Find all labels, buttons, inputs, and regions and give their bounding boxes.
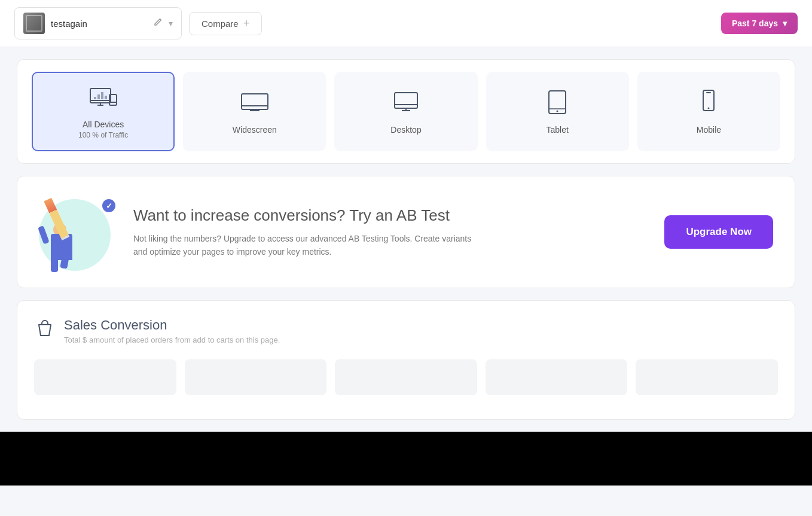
svg-rect-7 <box>97 94 100 99</box>
ab-promo-card: ✓ Want to increase conversions? Try an A… <box>17 176 795 288</box>
device-item-mobile[interactable]: Mobile <box>637 72 780 151</box>
site-thumbnail <box>23 13 45 34</box>
compare-button[interactable]: Compare + <box>189 12 262 35</box>
device-list: All Devices 100 % of Traffic Widescreen <box>32 72 780 151</box>
ab-promo-text: Want to increase conversions? Try an AB … <box>133 206 648 259</box>
tablet-label: Tablet <box>547 125 569 135</box>
metric-placeholder-4 <box>486 359 628 395</box>
ab-promo-description: Not liking the numbers? Upgrade to acces… <box>133 232 480 259</box>
metric-placeholder-5 <box>636 359 778 395</box>
sales-conversion-card: Sales Conversion Total $ amount of place… <box>17 300 795 420</box>
date-chevron-icon: ▾ <box>783 19 787 28</box>
sales-conversion-description: Total $ amount of placed orders from add… <box>64 335 280 344</box>
sales-metric-row <box>34 359 778 395</box>
sales-conversion-header: Sales Conversion Total $ amount of place… <box>34 317 778 345</box>
date-range-label: Past 7 days <box>732 19 778 28</box>
sales-text-block: Sales Conversion Total $ amount of place… <box>64 317 280 344</box>
bottom-bar <box>0 432 812 486</box>
desktop-label: Desktop <box>390 125 421 135</box>
date-range-button[interactable]: Past 7 days ▾ <box>721 13 798 34</box>
device-item-widescreen[interactable]: Widescreen <box>183 72 326 151</box>
device-item-tablet[interactable]: Tablet <box>486 72 629 151</box>
svg-rect-9 <box>105 96 107 99</box>
site-selector[interactable]: testagain ▾ <box>14 7 182 39</box>
sales-conversion-title: Sales Conversion <box>64 317 280 333</box>
shopping-bag-icon <box>34 319 56 345</box>
plus-icon: + <box>243 17 250 30</box>
desktop-icon <box>392 89 420 119</box>
toolbar: testagain ▾ Compare + Past 7 days ▾ <box>0 0 812 47</box>
mobile-label: Mobile <box>697 125 721 135</box>
widescreen-icon <box>240 89 269 119</box>
all-devices-label: All Devices <box>83 120 124 129</box>
widescreen-label: Widescreen <box>233 125 277 135</box>
tablet-icon <box>543 89 572 119</box>
all-devices-sublabel: 100 % of Traffic <box>78 131 128 139</box>
ab-promo-title: Want to increase conversions? Try an AB … <box>133 206 648 226</box>
svg-rect-8 <box>101 92 103 99</box>
chevron-down-icon[interactable]: ▾ <box>169 19 173 28</box>
compare-label: Compare <box>202 19 239 29</box>
edit-icon[interactable] <box>153 17 163 29</box>
ab-illustration: ✓ <box>39 193 117 271</box>
metric-placeholder-2 <box>185 359 327 395</box>
main-content: All Devices 100 % of Traffic Widescreen <box>0 47 812 432</box>
svg-point-22 <box>708 107 710 109</box>
svg-rect-6 <box>94 97 96 99</box>
svg-rect-18 <box>549 91 566 114</box>
svg-point-19 <box>557 110 558 112</box>
svg-rect-10 <box>242 94 268 109</box>
device-selector-card: All Devices 100 % of Traffic Widescreen <box>17 59 795 164</box>
metric-placeholder-3 <box>335 359 477 395</box>
metric-placeholder-1 <box>34 359 176 395</box>
upgrade-now-button[interactable]: Upgrade Now <box>664 215 773 249</box>
device-item-all[interactable]: All Devices 100 % of Traffic <box>32 72 175 151</box>
site-name: testagain <box>51 19 147 29</box>
device-item-desktop[interactable]: Desktop <box>334 72 477 151</box>
svg-rect-14 <box>395 93 417 108</box>
all-devices-icon <box>89 84 118 114</box>
mobile-icon <box>694 89 723 119</box>
